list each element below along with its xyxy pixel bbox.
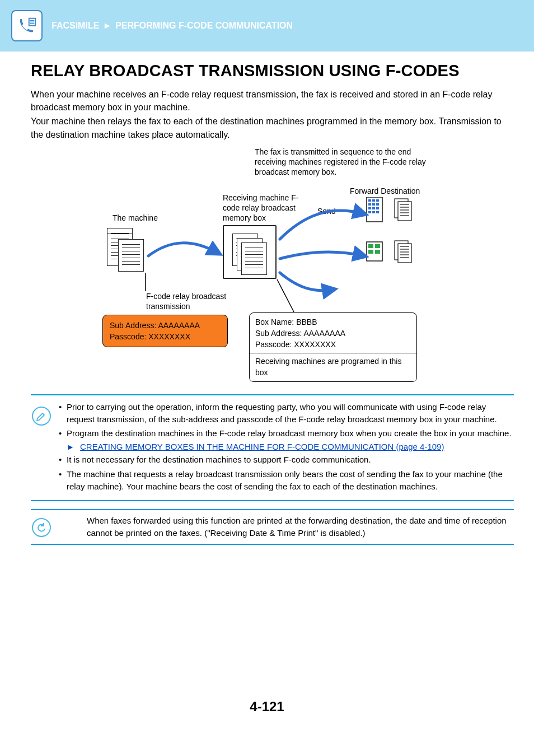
crumb-section[interactable]: PERFORMING F-CODE COMMUNICATION: [115, 21, 293, 30]
intro-p2: Your machine then relays the fax to each…: [31, 115, 514, 141]
note2-body: When faxes forwarded using this function…: [59, 510, 514, 544]
note-item-1: Prior to carrying out the operation, inf…: [59, 401, 514, 426]
memory-box-details: Box Name: BBBB Sub Address: AAAAAAAA Pas…: [249, 312, 417, 382]
box-name: Box Name: BBBB: [255, 316, 411, 328]
source-sub-address: Sub Address: AAAAAAAA: [110, 320, 221, 331]
note-block-tips: Prior to carrying out the operation, inf…: [31, 394, 514, 502]
box-sub-address: Sub Address: AAAAAAAA: [255, 328, 411, 339]
note-block-limitation: When faxes forwarded using this function…: [31, 509, 514, 545]
breadcrumb: FACSIMILE ► PERFORMING F-CODE COMMUNICAT…: [51, 21, 293, 31]
intro-text: When your machine receives an F-code rel…: [31, 88, 514, 141]
chevron-right-icon: ►: [103, 21, 112, 30]
source-passcode: Passcode: XXXXXXXX: [110, 331, 221, 342]
crumb-facsimile[interactable]: FACSIMILE: [51, 21, 99, 30]
box-passcode: Passcode: XXXXXXXX: [255, 339, 411, 350]
box-programmed-note: Receiving machines are programed in this…: [250, 353, 416, 379]
intro-p1: When your machine receives an F-code rel…: [31, 88, 514, 114]
relay-diagram: The fax is transmitted in sequence to th…: [31, 147, 490, 388]
source-address-box: Sub Address: AAAAAAAA Passcode: XXXXXXXX: [102, 315, 228, 348]
pencil-note-icon: [32, 407, 51, 426]
page-number: 4-121: [0, 699, 534, 715]
xref-line: ► CREATING MEMORY BOXES IN THE MACHINE F…: [59, 442, 514, 451]
phone-document-icon: [11, 10, 43, 41]
header-bar: FACSIMILE ► PERFORMING F-CODE COMMUNICAT…: [0, 0, 534, 52]
creating-memory-boxes-link[interactable]: CREATING MEMORY BOXES IN THE MACHINE FOR…: [80, 442, 444, 451]
note-item-2: Program the destination machines in the …: [59, 427, 514, 440]
undo-note-icon: [32, 518, 51, 537]
page-title: RELAY BROADCAST TRANSMISSION USING F-COD…: [31, 62, 514, 80]
diagram-arrows: [31, 147, 490, 315]
link-arrow-icon: ►: [67, 442, 74, 451]
note-item-4: The machine that requests a relay broadc…: [59, 468, 514, 493]
note-item-3: It is not necessary for the destination …: [59, 454, 514, 466]
svg-line-37: [277, 279, 294, 312]
relay-transmission-label: F-code relay broadcast transmission: [146, 291, 247, 311]
